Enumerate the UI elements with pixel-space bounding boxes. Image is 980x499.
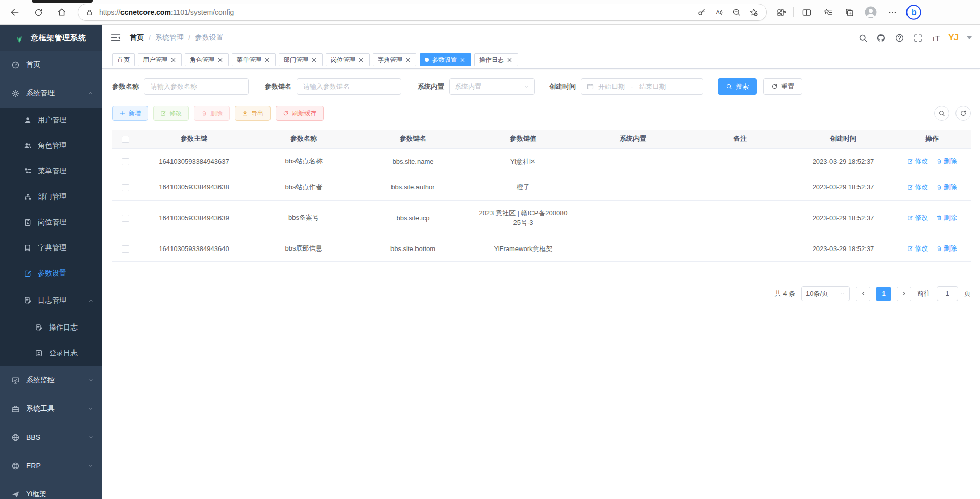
row-edit-link[interactable]: 修改 [907,244,928,253]
add-button[interactable]: 新增 [112,106,148,121]
sidebar-item-system-management[interactable]: 系统管理 [0,79,102,108]
user-logo-avatar[interactable]: YJ [948,33,958,43]
row-edit-link[interactable]: 修改 [907,183,928,192]
address-bar[interactable]: https://ccnetcore.com:1101/system/config [78,4,767,21]
goto-page-input[interactable] [937,286,958,301]
browser-back-button[interactable] [6,4,23,21]
password-key-icon[interactable] [695,5,709,19]
row-checkbox[interactable] [122,184,129,191]
user-menu-caret-icon[interactable] [967,36,972,39]
row-delete-link[interactable]: 删除 [936,213,957,222]
breadcrumb-home[interactable]: 首页 [130,33,144,42]
app-logo[interactable]: 意框架管理系统 [0,25,102,51]
zoom-out-icon[interactable] [729,5,744,19]
sidebar-item-system-tools[interactable]: 系统工具 [0,394,102,423]
read-aloud-icon[interactable] [712,5,726,19]
refresh-icon [960,110,967,117]
sidebar-item-operation-log[interactable]: 操作日志 [0,315,102,340]
table-row[interactable]: 1641030593384943637 bbs站点名称 bbs.site.nam… [112,148,971,174]
add-favorite-icon[interactable] [747,5,761,19]
sidebar-item-login-log[interactable]: 登录日志 [0,340,102,366]
row-edit-link[interactable]: 修改 [907,213,928,222]
sidebar-item-department-management[interactable]: 部门管理 [0,184,102,210]
font-size-icon[interactable]: тT [932,34,940,42]
row-delete-link[interactable]: 删除 [936,244,957,253]
sidebar-item-bbs[interactable]: BBS [0,423,102,452]
browser-menu-icon[interactable] [884,4,901,21]
sidebar-item-system-monitor[interactable]: 系统监控 [0,366,102,394]
tab-home[interactable]: 首页 [112,53,135,66]
table-row[interactable]: 1641030593384943639 bbs备案号 bbs.site.icp … [112,200,971,236]
toggle-search-button[interactable] [934,106,949,121]
bing-chat-icon[interactable] [905,4,922,21]
tab-dict-management[interactable]: 字典管理 [373,53,416,66]
delete-button[interactable]: 删除 [194,106,230,121]
sidebar-item-erp[interactable]: ERP [0,452,102,480]
sidebar-menu: 首页 系统管理 用户管理 角色管理 菜单管理 [0,51,102,499]
row-delete-link[interactable]: 删除 [936,157,957,166]
prev-page-button[interactable] [856,287,870,301]
user-icon [23,116,32,124]
reset-button[interactable]: 重置 [763,78,802,95]
extensions-icon[interactable] [772,4,789,21]
sidebar-item-yi-framework[interactable]: Yi框架 [0,480,102,499]
sidebar-collapse-icon[interactable] [110,32,121,43]
header-search-icon[interactable] [858,33,868,43]
row-delete-link[interactable]: 删除 [936,183,957,192]
browser-home-button[interactable] [53,4,70,21]
close-tab-icon[interactable] [217,57,224,63]
tab-department-management[interactable]: 部门管理 [279,53,323,66]
page-number-1[interactable]: 1 [876,287,891,301]
tab-user-management[interactable]: 用户管理 [138,53,182,66]
date-range-picker[interactable]: 开始日期 - 结束日期 [581,78,703,95]
tab-menu-management[interactable]: 菜单管理 [232,53,276,66]
param-key-input[interactable] [297,78,401,95]
sidebar-item-post-management[interactable]: 岗位管理 [0,210,102,235]
table-row[interactable]: 1641030593384943638 bbs站点作者 bbs.site.aut… [112,174,971,201]
close-tab-icon[interactable] [264,57,271,63]
builtin-select[interactable]: 系统内置 [449,78,535,95]
site-lock-icon[interactable] [85,8,94,17]
param-name-input[interactable] [144,78,249,95]
close-tab-icon[interactable] [311,57,317,63]
row-edit-link[interactable]: 修改 [907,157,928,166]
browser-refresh-button[interactable] [30,4,47,21]
close-tab-icon[interactable] [358,57,364,63]
sidebar-item-home[interactable]: 首页 [0,51,102,79]
refresh-cache-button[interactable]: 刷新缓存 [276,106,324,121]
tab-role-management[interactable]: 角色管理 [185,53,229,66]
chevron-up-icon [88,90,94,96]
favorites-icon[interactable] [819,4,837,21]
close-tab-icon[interactable] [170,57,177,63]
row-checkbox[interactable] [122,245,129,253]
export-button[interactable]: 导出 [235,106,271,121]
github-icon[interactable] [876,33,886,43]
collections-icon[interactable] [841,4,858,21]
sidebar-item-log-management[interactable]: 日志管理 [0,286,102,315]
row-checkbox[interactable] [122,215,129,222]
refresh-table-button[interactable] [955,106,971,121]
profile-avatar[interactable] [862,4,879,21]
select-all-checkbox[interactable] [122,136,129,143]
browser-tab-stub[interactable] [32,0,93,3]
fullscreen-icon[interactable] [913,33,923,43]
next-page-button[interactable] [897,287,911,301]
page-size-select[interactable]: 10条/页 [801,286,850,301]
split-screen-icon[interactable] [798,4,815,21]
tab-operation-log[interactable]: 操作日志 [474,53,518,66]
close-tab-icon[interactable] [405,57,411,63]
sidebar-item-user-management[interactable]: 用户管理 [0,108,102,133]
sidebar-item-role-management[interactable]: 角色管理 [0,133,102,159]
tab-parameter-settings[interactable]: 参数设置 [420,53,471,66]
help-question-icon[interactable] [895,33,904,43]
sidebar-item-menu-management[interactable]: 菜单管理 [0,159,102,184]
row-checkbox[interactable] [122,158,129,165]
sidebar-item-dict-management[interactable]: 字典管理 [0,235,102,261]
sidebar-item-parameter-settings[interactable]: 参数设置 [0,261,102,286]
edit-button[interactable]: 修改 [153,106,189,121]
close-tab-icon[interactable] [459,57,466,63]
table-row[interactable]: 1641030593384943640 bbs底部信息 bbs.site.bot… [112,236,971,262]
search-button[interactable]: 搜索 [718,78,757,95]
close-tab-icon[interactable] [506,57,513,63]
tab-post-management[interactable]: 岗位管理 [326,53,370,66]
